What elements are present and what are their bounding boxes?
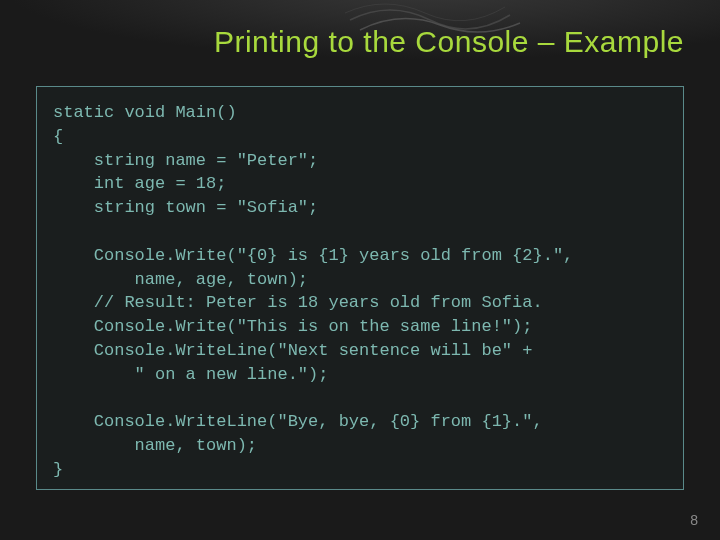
code-line: string town = "Sofia"; bbox=[53, 198, 318, 217]
code-line: string name = "Peter"; bbox=[53, 151, 318, 170]
code-line: Console.Write("This is on the same line!… bbox=[53, 317, 532, 336]
code-line: Console.WriteLine("Bye, bye, {0} from {1… bbox=[53, 412, 543, 431]
code-line: " on a new line."); bbox=[53, 365, 328, 384]
code-example-box: static void Main() { string name = "Pete… bbox=[36, 86, 684, 490]
code-line: // Result: Peter is 18 years old from So… bbox=[53, 293, 543, 312]
slide-title: Printing to the Console – Example bbox=[0, 25, 684, 59]
code-line: Console.WriteLine("Next sentence will be… bbox=[53, 341, 532, 360]
code-line: } bbox=[53, 460, 63, 479]
code-line: name, age, town); bbox=[53, 270, 308, 289]
code-line: { bbox=[53, 127, 63, 146]
code-line: int age = 18; bbox=[53, 174, 226, 193]
code-line: static void Main() bbox=[53, 103, 237, 122]
page-number: 8 bbox=[690, 512, 698, 528]
code-line: Console.Write("{0} is {1} years old from… bbox=[53, 246, 573, 265]
code-line: name, town); bbox=[53, 436, 257, 455]
